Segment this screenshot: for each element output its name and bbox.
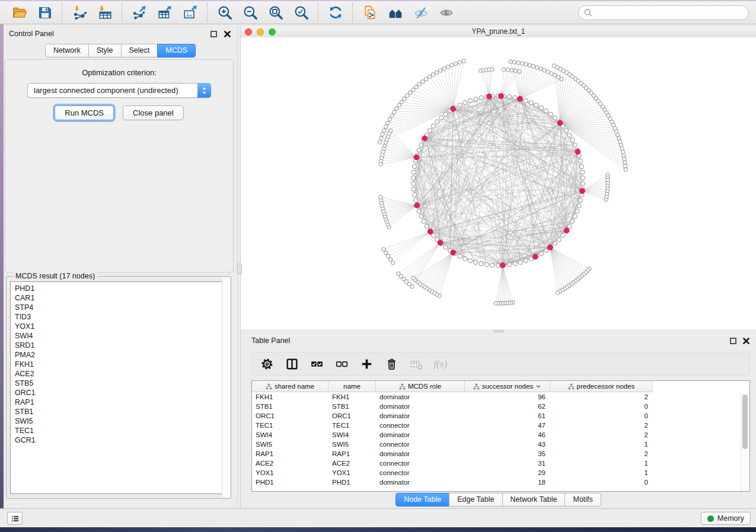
refresh-view-button[interactable] — [327, 5, 343, 21]
column-label: name — [343, 383, 361, 390]
cell-shared-name: YOX1 — [252, 468, 328, 477]
run-mcds-button[interactable]: Run MCDS — [55, 105, 114, 120]
table-row[interactable]: RAP1RAP1dominator352 — [252, 449, 749, 459]
copy-network-button[interactable] — [362, 5, 378, 21]
search-input[interactable] — [592, 8, 748, 17]
cell-successor-nodes: 43 — [465, 440, 550, 449]
task-history-button[interactable] — [7, 512, 23, 525]
column-label: successor nodes — [482, 383, 533, 390]
mcds-result-item[interactable]: FKH1 — [15, 360, 227, 369]
table-row[interactable]: SWI4SWI4dominator462 — [252, 430, 749, 440]
mcds-result-item[interactable]: ORC1 — [15, 388, 227, 398]
mcds-result-scrollbar[interactable] — [222, 277, 230, 498]
status-bar: Memory — [0, 508, 756, 527]
export-image-icon — [183, 5, 198, 20]
column-header-mcds-role[interactable]: MCDS role — [376, 381, 465, 392]
column-header-name[interactable]: name — [328, 381, 376, 392]
table-row[interactable]: ORC1ORC1dominator610 — [252, 411, 749, 421]
network-canvas[interactable] — [241, 37, 756, 329]
import-table-button[interactable] — [97, 5, 113, 21]
mcds-result-item[interactable]: SWI4 — [15, 331, 227, 341]
table-row[interactable]: SWI5SWI5connector431 — [252, 440, 749, 449]
show-all-button[interactable] — [438, 5, 454, 21]
table-row[interactable]: ACE2ACE2connector311 — [252, 459, 749, 468]
mcds-result-item[interactable]: SRD1 — [15, 341, 227, 350]
table-scrollbar[interactable] — [741, 393, 749, 491]
mcds-result-item[interactable]: PMA2 — [15, 350, 227, 360]
tab-network-table[interactable]: Network Table — [502, 493, 566, 507]
mcds-result-item[interactable]: STB1 — [15, 407, 227, 416]
split-columns-button[interactable] — [285, 357, 299, 371]
float-table-panel-button[interactable] — [729, 337, 737, 345]
close-table-panel-button[interactable] — [742, 337, 750, 345]
close-control-panel-button[interactable] — [224, 30, 231, 38]
open-folder-button[interactable] — [11, 5, 27, 21]
tab-style[interactable]: Style — [88, 44, 122, 57]
memory-button[interactable]: Memory — [701, 512, 751, 525]
mcds-tab-content: Optimization criterion: largest connecte… — [5, 59, 234, 273]
mcds-result-item[interactable]: STP4 — [15, 303, 227, 312]
table-row[interactable]: STB1STB1dominator620 — [252, 402, 749, 411]
cell-name: STB1 — [328, 402, 376, 411]
table-scrollbar-thumb[interactable] — [742, 395, 748, 449]
mcds-result-item[interactable]: PHD1 — [15, 284, 227, 293]
memory-label: Memory — [717, 514, 744, 523]
clear-selection-button[interactable] — [334, 357, 349, 371]
column-type-icon — [473, 383, 480, 390]
tab-network[interactable]: Network — [45, 44, 89, 57]
mcds-result-item[interactable]: TID3 — [15, 312, 227, 322]
mcds-result-item[interactable]: RAP1 — [15, 398, 227, 407]
tab-motifs[interactable]: Motifs — [564, 493, 601, 507]
export-image-button[interactable] — [182, 5, 198, 21]
export-network-button[interactable] — [131, 5, 147, 21]
criterion-dropdown[interactable]: largest connected component (undirected) — [27, 83, 211, 98]
mcds-result-item[interactable]: YOX1 — [15, 322, 227, 331]
cell-successor-nodes: 18 — [465, 477, 550, 487]
network-window-title: YPA_prune.txt_1 — [241, 27, 756, 37]
mcds-result-item[interactable]: ACE2 — [15, 369, 227, 379]
tab-mcds[interactable]: MCDS — [157, 44, 196, 57]
mcds-result-item[interactable]: SWI5 — [15, 416, 227, 426]
vertical-split-divider[interactable] — [237, 27, 241, 508]
tab-node-table[interactable]: Node Table — [395, 493, 449, 507]
delete-column-button[interactable] — [384, 357, 399, 371]
zoom-fit-button[interactable] — [267, 5, 283, 21]
vertical-split-handle[interactable] — [237, 264, 242, 274]
cell-successor-nodes: 96 — [465, 392, 550, 402]
cell-mcds-role: connector — [376, 421, 465, 430]
table-row[interactable]: YOX1YOX1connector291 — [252, 468, 749, 477]
add-column-button[interactable] — [359, 357, 374, 371]
tab-edge-table[interactable]: Edge Table — [449, 493, 502, 507]
table-row[interactable]: FKH1FKH1dominator962 — [252, 392, 749, 402]
import-network-button[interactable] — [71, 5, 87, 21]
export-table-button[interactable] — [157, 5, 173, 21]
cell-mcds-role: dominator — [376, 449, 465, 459]
close-mcds-panel-button[interactable]: Close panel — [123, 105, 184, 120]
cell-successor-nodes: 62 — [465, 402, 550, 411]
gear-button[interactable] — [260, 357, 275, 371]
save-session-button[interactable] — [37, 5, 53, 21]
mcds-result-item[interactable]: STB5 — [15, 379, 227, 388]
zoom-in-button[interactable] — [216, 5, 232, 21]
select-all-button[interactable] — [310, 357, 324, 371]
zoom-out-button[interactable] — [242, 5, 258, 21]
mcds-result-item[interactable]: CAR1 — [15, 293, 227, 303]
hide-selected-button[interactable] — [413, 5, 429, 21]
column-header-predecessor-nodes[interactable]: predecessor nodes — [550, 381, 653, 392]
tab-select[interactable]: Select — [121, 44, 158, 57]
float-control-panel-button[interactable] — [210, 30, 218, 38]
show-all-icon — [439, 5, 454, 20]
horizontal-split-divider[interactable] — [241, 329, 756, 333]
cell-successor-nodes: 31 — [465, 459, 550, 468]
table-row[interactable]: TEC1TEC1connector472 — [252, 421, 749, 430]
column-header-shared-name[interactable]: shared name — [252, 381, 328, 392]
cell-mcds-role: dominator — [376, 402, 465, 411]
zoom-selected-button[interactable] — [293, 5, 309, 21]
table-row[interactable]: PHD1PHD1dominator180 — [252, 477, 749, 487]
first-neighbors-button[interactable] — [387, 5, 403, 21]
column-header-successor-nodes[interactable]: successor nodes — [465, 381, 550, 392]
horizontal-split-handle[interactable] — [493, 330, 504, 332]
first-neighbors-icon — [388, 5, 403, 20]
mcds-result-item[interactable]: TEC1 — [15, 426, 227, 435]
mcds-result-item[interactable]: GCR1 — [15, 435, 227, 445]
